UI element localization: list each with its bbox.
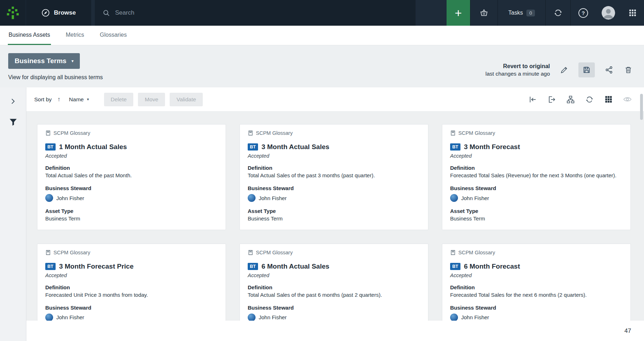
glossary-breadcrumb[interactable]: SCPM Glossary [450,130,623,136]
steward-name-link[interactable]: John Fisher [461,314,489,320]
glossary-icon [450,250,456,255]
search-input[interactable] [115,9,408,16]
tree-view-icon [566,95,575,104]
scrollbar[interactable] [640,94,643,120]
sync-icon [553,8,563,17]
asset-type-badge: BT [248,143,258,151]
save-view-button[interactable] [578,62,595,77]
search-bar[interactable] [95,0,416,26]
steward-label: Business Steward [45,305,218,311]
tab-glossaries[interactable]: Glossaries [99,26,128,45]
term-card[interactable]: SCPM Glossary BT 1 Month Actual Sales Ac… [37,124,226,230]
term-name-link[interactable]: 6 Month Actual Sales [262,263,329,270]
edit-view-button[interactable] [559,65,569,75]
tasks-button[interactable]: Tasks 0 [498,0,545,26]
validate-button[interactable]: Validate [170,93,203,106]
compass-icon [41,9,50,17]
view-header: Business Terms ▾ View for displaying all… [0,45,644,87]
term-name-link[interactable]: 6 Month Forecast [464,263,520,270]
term-name-link[interactable]: 3 Month Actual Sales [262,143,329,151]
glossary-icon [248,250,253,255]
basket-button[interactable] [470,0,498,26]
share-view-button[interactable] [604,65,614,75]
steward-avatar [248,194,256,202]
glossary-icon [248,130,253,136]
card-column-2: SCPM Glossary BT 3 Month Actual Sales Ac… [239,124,428,321]
steward-name-link[interactable]: John Fisher [461,195,489,201]
definition-text: Total Actual Sales of the past 6 months … [248,291,420,299]
sort-by-label: Sort by [34,96,52,103]
term-card[interactable]: SCPM Glossary BT 6 Month Forecast Accept… [442,244,631,321]
steward-name-link[interactable]: John Fisher [259,314,287,320]
add-button[interactable]: + [447,0,470,26]
term-name-link[interactable]: 3 Month Forecast Price [59,263,134,270]
steward-name-link[interactable]: John Fisher [56,195,84,201]
steward-name-link[interactable]: John Fisher [259,195,287,201]
definition-label: Definition [248,284,420,290]
steward-avatar [450,314,458,321]
glossary-name: SCPM Glossary [256,130,293,136]
browse-button[interactable]: Browse [26,0,91,26]
term-card[interactable]: SCPM Glossary BT 3 Month Forecast Accept… [442,124,631,230]
tree-view-button[interactable] [566,95,575,104]
steward-label: Business Steward [450,185,623,191]
glossary-breadcrumb[interactable]: SCPM Glossary [45,130,218,136]
glossary-breadcrumb[interactable]: SCPM Glossary [45,250,218,255]
term-card[interactable]: SCPM Glossary BT 3 Month Actual Sales Ac… [239,124,428,230]
logo-icon [6,6,20,20]
status-label: Accepted [248,273,420,278]
expand-sidebar-button[interactable] [7,96,19,107]
glossary-name: SCPM Glossary [458,130,495,136]
glossary-breadcrumb[interactable]: SCPM Glossary [248,250,420,255]
definition-label: Definition [45,284,218,290]
tasks-count-badge: 0 [526,10,535,16]
asset-type-label: Asset Type [450,208,623,214]
filter-button[interactable] [7,117,19,127]
term-card[interactable]: SCPM Glossary BT 3 Month Forecast Price … [37,244,226,321]
term-name-link[interactable]: 1 Month Actual Sales [59,143,127,151]
card-grid: SCPM Glossary BT 1 Month Actual Sales Ac… [37,124,644,321]
steward-row: John Fisher [248,314,420,321]
share-icon [605,66,613,74]
import-button[interactable] [528,95,537,104]
view-header-actions: Revert to original last changes a minute… [485,62,633,78]
tab-metrics[interactable]: Metrics [65,26,85,45]
preview-button[interactable] [623,95,632,104]
steward-avatar [450,194,458,202]
help-button[interactable]: ? [570,0,596,26]
apps-grid-icon [629,9,637,17]
grid-view-button[interactable] [604,95,613,104]
sort-field-dropdown[interactable]: Name ▾ [69,96,89,103]
steward-avatar [45,314,53,321]
app-logo[interactable] [0,0,26,26]
profile-button[interactable] [596,0,621,26]
term-card[interactable]: SCPM Glossary BT 6 Month Actual Sales Ac… [239,244,428,321]
steward-row: John Fisher [450,194,623,202]
steward-label: Business Steward [45,185,218,191]
glossary-name: SCPM Glossary [53,130,90,136]
sort-direction-button[interactable]: ↑ [57,96,61,103]
delete-button[interactable]: Delete [104,93,134,106]
definition-text: Total Actual Sales of the past 3 months … [248,172,420,179]
glossary-breadcrumb[interactable]: SCPM Glossary [248,130,420,136]
view-selector-button[interactable]: Business Terms ▾ [8,53,80,69]
glossary-breadcrumb[interactable]: SCPM Glossary [450,250,623,255]
sync-button[interactable] [545,0,570,26]
glossary-icon [45,130,51,136]
card-column-3: SCPM Glossary BT 3 Month Forecast Accept… [442,124,631,321]
asset-type-badge: BT [248,263,258,270]
tab-business-assets[interactable]: Business Assets [8,26,51,45]
apps-button[interactable] [621,0,644,26]
revert-info[interactable]: Revert to original last changes a minute… [485,63,550,77]
term-name-link[interactable]: 3 Month Forecast [464,143,520,151]
export-button[interactable] [547,95,556,104]
delete-view-button[interactable] [623,65,633,75]
steward-label: Business Steward [450,305,623,311]
steward-name-link[interactable]: John Fisher [56,314,84,320]
refresh-button[interactable] [585,95,594,104]
move-button[interactable]: Move [138,93,165,106]
revert-title[interactable]: Revert to original [485,63,550,70]
chevron-right-icon [11,98,15,105]
export-icon [547,95,556,104]
caret-down-icon: ▾ [71,58,73,63]
